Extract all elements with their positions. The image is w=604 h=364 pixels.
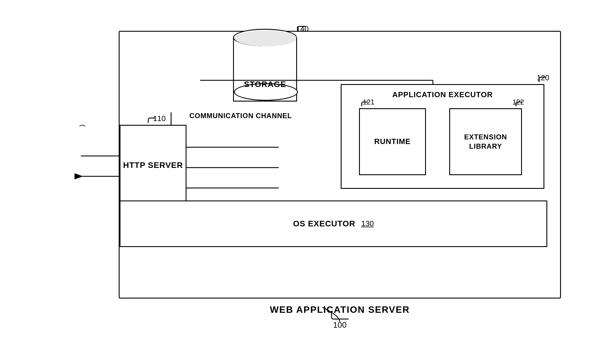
was-curve-icon xyxy=(331,311,349,319)
ext-lib-curve-icon xyxy=(516,102,522,106)
runtime-box: RUNTIME 121 xyxy=(359,108,426,175)
app-executor-box: APPLICATION EXECUTOR 120 RUNTIME 121 EXT… xyxy=(341,84,544,189)
runtime-label: RUNTIME xyxy=(374,137,411,146)
storage-label: STORAGE xyxy=(234,80,296,89)
app-executor-curve-icon xyxy=(539,77,546,82)
os-executor-box: OS EXECUTOR 130 xyxy=(120,200,547,247)
diagram: CLIENT 200 HTTP REQUEST HTTP RESPONSE 14… xyxy=(26,22,578,342)
ext-lib-label: EXTENSION LIBRARY xyxy=(450,132,521,150)
http-server-curve-icon xyxy=(148,118,155,123)
storage-cylinder: STORAGE xyxy=(233,29,297,110)
os-executor-ref: 130 xyxy=(361,219,374,228)
runtime-curve-icon xyxy=(361,102,368,106)
os-executor-label: OS EXECUTOR xyxy=(293,219,355,228)
storage-group: 140 STORAGE xyxy=(233,29,297,110)
comm-channel-label: COMMUNICATION CHANNEL xyxy=(189,112,292,120)
ext-lib-box: EXTENSION LIBRARY 122 xyxy=(449,108,522,175)
cylinder-body: STORAGE xyxy=(233,38,297,102)
was-box: 140 STORAGE HTTP SERVER 110 COMMUNICATIO… xyxy=(119,31,561,299)
http-server-label: HTTP SERVER xyxy=(123,160,183,171)
http-server-box: HTTP SERVER 110 xyxy=(120,125,186,206)
was-ref: 100 xyxy=(333,320,347,330)
storage-curve-icon xyxy=(297,26,306,32)
